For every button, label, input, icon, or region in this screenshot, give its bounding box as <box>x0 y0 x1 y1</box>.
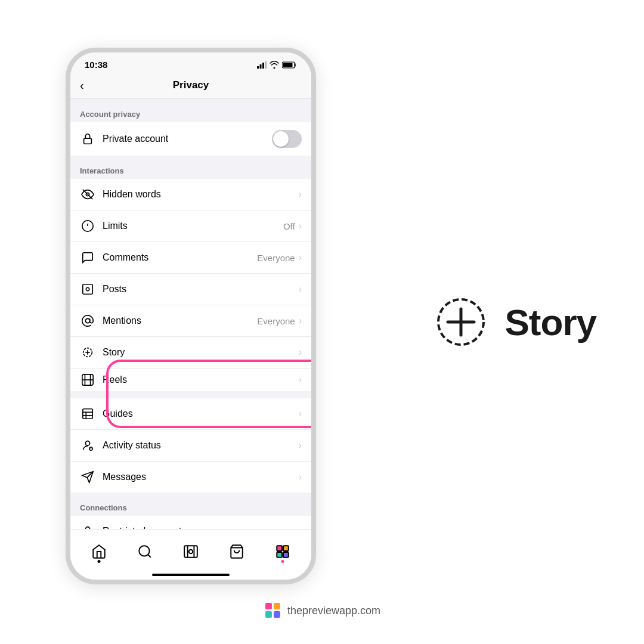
svg-rect-38 <box>184 546 197 558</box>
hidden-words-label: Hidden words <box>103 189 299 200</box>
svg-rect-1 <box>260 64 262 69</box>
svg-rect-54 <box>274 611 280 618</box>
page-title: Privacy <box>173 79 209 91</box>
svg-rect-5 <box>283 63 293 67</box>
svg-rect-52 <box>274 603 280 609</box>
reels-icon <box>80 372 95 388</box>
svg-rect-51 <box>265 603 272 609</box>
chevron-icon: › <box>299 408 302 419</box>
svg-rect-44 <box>283 546 289 551</box>
chevron-icon: › <box>299 374 302 385</box>
watermark-logo <box>264 601 283 620</box>
mentions-icon <box>80 313 95 329</box>
status-time: 10:38 <box>85 60 107 70</box>
guides-label: Guides <box>103 408 299 419</box>
home-active-dot <box>98 560 101 563</box>
posts-icon <box>80 281 95 297</box>
svg-line-37 <box>148 555 151 558</box>
nav-shop[interactable] <box>229 544 244 559</box>
story-icon <box>80 345 95 360</box>
messages-icon <box>80 469 95 485</box>
content-area: Account privacy Private account Interact… <box>70 99 311 531</box>
nav-reels[interactable] <box>183 544 199 559</box>
chevron-icon: › <box>299 189 302 200</box>
chevron-icon: › <box>299 284 302 295</box>
activity-status-label: Activity status <box>103 440 299 451</box>
svg-rect-46 <box>283 552 289 558</box>
battery-icon <box>282 61 297 69</box>
messages-item[interactable]: Messages › <box>70 462 311 493</box>
activity-status-item[interactable]: Activity status › <box>70 430 311 462</box>
private-account-toggle[interactable] <box>272 130 302 148</box>
chevron-icon: › <box>299 440 302 451</box>
comments-item[interactable]: Comments Everyone › <box>70 242 311 274</box>
interactions-group: Hidden words › Limits Off › <box>70 179 311 391</box>
wifi-icon <box>270 61 279 69</box>
watermark: thepreviewapp.com <box>264 601 380 620</box>
watermark-text: thepreviewapp.com <box>287 605 380 617</box>
limits-icon <box>80 218 95 234</box>
reels-label: Reels <box>103 374 299 385</box>
comments-label: Comments <box>103 252 257 263</box>
svg-rect-23 <box>83 409 93 419</box>
limits-label: Limits <box>103 221 283 231</box>
reels-item[interactable]: Reels › <box>70 369 311 391</box>
limits-value: Off <box>283 221 295 231</box>
svg-rect-6 <box>84 138 92 144</box>
nav-profile[interactable] <box>275 544 290 559</box>
back-button[interactable]: ‹ <box>80 79 84 92</box>
guides-icon <box>80 406 95 422</box>
chevron-icon: › <box>299 221 302 231</box>
svg-rect-12 <box>83 284 93 295</box>
activity-status-icon <box>80 438 95 453</box>
mentions-label: Mentions <box>103 315 257 326</box>
svg-rect-53 <box>265 611 272 618</box>
svg-point-15 <box>85 318 89 323</box>
svg-point-39 <box>189 550 193 554</box>
svg-rect-0 <box>257 66 259 69</box>
comments-icon <box>80 250 95 265</box>
svg-rect-2 <box>262 63 264 69</box>
guides-item[interactable]: Guides › <box>70 398 311 430</box>
story-showcase: Story <box>431 292 596 352</box>
status-bar: 10:38 <box>70 52 311 73</box>
hidden-words-icon <box>80 187 95 202</box>
nav-search[interactable] <box>137 544 153 559</box>
home-indicator <box>152 574 230 576</box>
other-group: Guides › Activity status › Message <box>70 398 311 493</box>
messages-label: Messages <box>103 472 299 482</box>
mentions-item[interactable]: Mentions Everyone › <box>70 305 311 337</box>
story-large-icon <box>431 292 491 352</box>
section-interactions: Interactions <box>70 156 311 179</box>
limits-item[interactable]: Limits Off › <box>70 210 311 242</box>
svg-point-13 <box>86 287 89 291</box>
story-large-label: Story <box>505 301 596 343</box>
posts-label: Posts <box>103 284 299 295</box>
posts-item[interactable]: Posts › <box>70 274 311 305</box>
story-label: Story <box>103 347 299 358</box>
story-item[interactable]: Story › <box>70 337 311 369</box>
toggle-knob <box>273 131 289 147</box>
chevron-icon: › <box>299 315 302 326</box>
account-privacy-group: Private account <box>70 122 311 156</box>
private-account-label: Private account <box>103 134 272 144</box>
private-account-item[interactable]: Private account <box>70 122 311 156</box>
nav-home[interactable] <box>91 544 107 559</box>
lock-icon <box>80 131 95 147</box>
chevron-icon: › <box>299 252 302 263</box>
svg-rect-3 <box>265 61 267 69</box>
svg-point-27 <box>85 441 89 445</box>
profile-active-dot <box>281 560 284 563</box>
chevron-icon: › <box>299 347 302 358</box>
mentions-value: Everyone <box>257 316 295 326</box>
chevron-icon: › <box>299 472 302 482</box>
bottom-navigation <box>70 529 311 580</box>
svg-rect-45 <box>277 552 282 558</box>
hidden-words-item[interactable]: Hidden words › <box>70 179 311 210</box>
svg-point-36 <box>139 546 149 556</box>
svg-rect-43 <box>277 546 282 551</box>
section-account-privacy: Account privacy <box>70 99 311 122</box>
status-icons <box>257 61 297 69</box>
section-connections: Connections <box>70 493 311 516</box>
signal-icon <box>257 61 267 69</box>
